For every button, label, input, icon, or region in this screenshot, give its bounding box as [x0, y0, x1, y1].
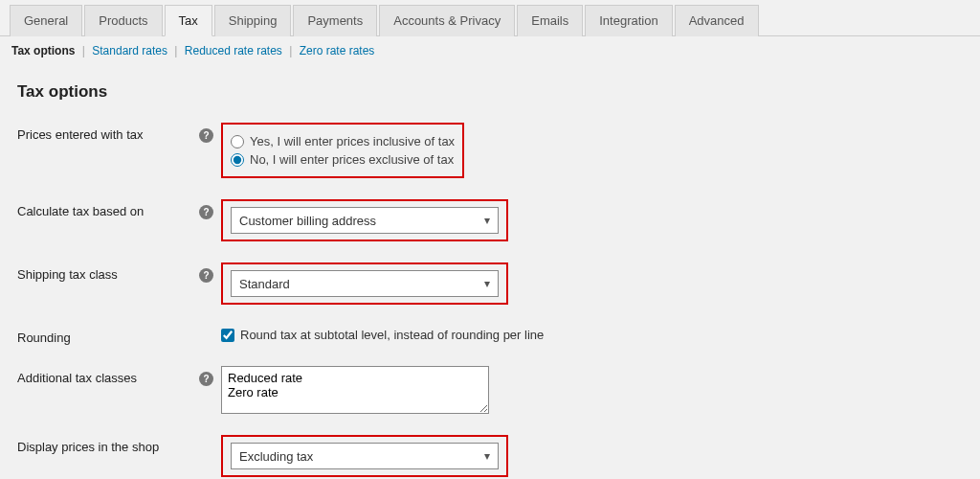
subnav-separator: | [289, 44, 292, 57]
highlight-shipping-class: Standard ▾ [221, 262, 508, 305]
tab-payments[interactable]: Payments [293, 5, 377, 36]
label-shipping-class: Shipping tax class [17, 262, 199, 282]
select-shipping-tax-class[interactable]: Standard ▾ [231, 270, 499, 297]
help-icon[interactable]: ? [199, 128, 213, 143]
page-title: Tax options [17, 82, 963, 102]
radio-inclusive-tax-label: Yes, I will enter prices inclusive of ta… [250, 134, 455, 148]
help-icon[interactable]: ? [199, 205, 213, 219]
subnav-reduced-rates[interactable]: Reduced rate rates [185, 44, 282, 57]
highlight-prices-entered: Yes, I will enter prices inclusive of ta… [221, 123, 464, 178]
row-calculate-tax-based-on: Calculate tax based on ? Customer billin… [17, 199, 963, 241]
row-prices-entered-with-tax: Prices entered with tax ? Yes, I will en… [17, 123, 963, 178]
radio-exclusive-tax-label: No, I will enter prices exclusive of tax [250, 152, 454, 167]
subnav-tax-options[interactable]: Tax options [11, 44, 75, 57]
label-rounding: Rounding [17, 326, 199, 345]
tab-integration[interactable]: Integration [585, 5, 672, 36]
checkbox-rounding-label: Round tax at subtotal level, instead of … [240, 328, 544, 342]
tab-general[interactable]: General [10, 5, 82, 36]
subnav-separator: | [174, 44, 177, 57]
select-display-prices-shop[interactable]: Excluding tax ▾ [231, 443, 499, 469]
subnav-separator: | [82, 44, 85, 57]
row-display-prices-shop: Display prices in the shop Excluding tax… [17, 435, 963, 477]
chevron-down-icon: ▾ [484, 449, 490, 463]
tab-shipping[interactable]: Shipping [214, 5, 292, 36]
help-icon[interactable]: ? [199, 268, 213, 283]
select-display-prices-shop-value: Excluding tax [239, 449, 313, 464]
label-additional-classes: Additional tax classes [17, 366, 199, 385]
tab-products[interactable]: Products [84, 5, 162, 36]
label-calc-based: Calculate tax based on [17, 199, 199, 218]
highlight-display-shop: Excluding tax ▾ [221, 435, 508, 477]
radio-inclusive-tax-input[interactable] [231, 135, 244, 148]
radio-exclusive-tax[interactable]: No, I will enter prices exclusive of tax [231, 152, 455, 167]
select-calc-based-on-value: Customer billing address [239, 214, 376, 228]
tab-advanced[interactable]: Advanced [675, 5, 759, 36]
checkbox-rounding[interactable]: Round tax at subtotal level, instead of … [221, 328, 544, 342]
radio-exclusive-tax-input[interactable] [231, 153, 244, 167]
settings-content: Tax options Prices entered with tax ? Ye… [0, 65, 980, 479]
select-shipping-tax-class-value: Standard [239, 277, 290, 291]
help-icon[interactable]: ? [199, 372, 213, 386]
tab-tax[interactable]: Tax [165, 5, 212, 36]
highlight-calc-based: Customer billing address ▾ [221, 199, 508, 241]
checkbox-rounding-input[interactable] [221, 329, 234, 342]
row-shipping-tax-class: Shipping tax class ? Standard ▾ [17, 262, 963, 305]
row-rounding: Rounding Round tax at subtotal level, in… [17, 326, 963, 345]
label-display-shop: Display prices in the shop [17, 435, 199, 454]
chevron-down-icon: ▾ [484, 277, 490, 290]
settings-tabs: General Products Tax Shipping Payments A… [0, 0, 980, 36]
chevron-down-icon: ▾ [484, 214, 490, 227]
textarea-additional-tax-classes[interactable] [221, 366, 489, 414]
subnav-zero-rates[interactable]: Zero rate rates [300, 44, 375, 57]
row-additional-tax-classes: Additional tax classes ? [17, 366, 963, 414]
radio-inclusive-tax[interactable]: Yes, I will enter prices inclusive of ta… [231, 134, 455, 148]
tab-accounts-privacy[interactable]: Accounts & Privacy [379, 5, 515, 36]
subnav-standard-rates[interactable]: Standard rates [92, 44, 167, 57]
label-prices-entered: Prices entered with tax [17, 123, 199, 142]
tab-emails[interactable]: Emails [517, 5, 583, 36]
select-calc-based-on[interactable]: Customer billing address ▾ [231, 207, 499, 234]
tax-subnav: Tax options | Standard rates | Reduced r… [0, 36, 980, 65]
